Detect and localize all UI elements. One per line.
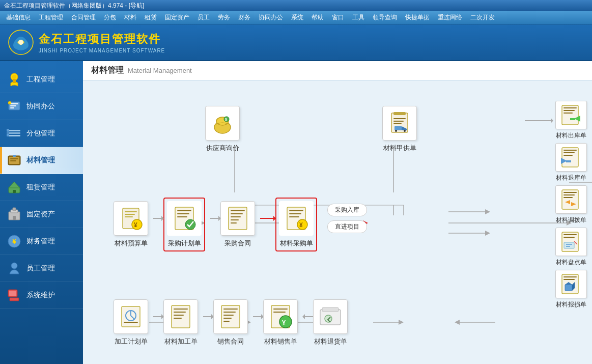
svg-rect-39 xyxy=(10,298,19,301)
node-material-out[interactable]: 材料出库单 xyxy=(555,101,587,140)
svg-rect-16 xyxy=(8,130,20,131)
node-sales-contract[interactable]: 销售合同 xyxy=(213,299,248,346)
sidebar-item-staff[interactable]: 员工管理 xyxy=(0,255,83,282)
logo-area: 金石工程项目管理软件 JINSHI PROJECT MANAGEMENT SOF… xyxy=(8,30,165,55)
material-icon xyxy=(6,152,22,169)
svg-rect-29 xyxy=(13,190,16,193)
sidebar-item-fixed-assets[interactable]: 固定资产 xyxy=(0,201,83,228)
svg-rect-153 xyxy=(564,242,574,248)
node-material-processing[interactable]: 材料加工单 xyxy=(163,299,198,346)
node-material-budget[interactable]: ¥ 材料预算单 xyxy=(114,201,148,248)
node-material-inventory[interactable]: 材料盘点单 xyxy=(555,228,587,267)
svg-rect-12 xyxy=(10,105,16,106)
menu-reconnect[interactable]: 重连网络 xyxy=(434,12,466,23)
svg-rect-81 xyxy=(394,126,402,130)
svg-rect-38 xyxy=(9,291,16,296)
header: 金石工程项目管理软件 JINSHI PROJECT MANAGEMENT SOF… xyxy=(0,24,592,61)
sidebar-label-finance: 财务管理 xyxy=(26,237,55,246)
sidebar-label-material: 材料管理 xyxy=(26,156,55,165)
node-purchase-contract[interactable]: 采购合同 xyxy=(220,201,255,248)
material-processing-icon xyxy=(163,299,198,334)
supplier-inquiry-icon: $ xyxy=(205,106,240,141)
purchase-contract-label: 采购合同 xyxy=(224,239,251,248)
subcontract-icon xyxy=(6,125,22,142)
material-contract-supply-icon xyxy=(382,106,417,141)
sidebar-item-system[interactable]: 系统维护 xyxy=(0,282,83,309)
svg-rect-92 xyxy=(177,210,191,211)
svg-rect-97 xyxy=(231,210,245,211)
node-material-transfer[interactable]: 材料调拨单 xyxy=(555,185,587,225)
material-transfer-label: 材料调拨单 xyxy=(556,216,586,225)
svg-rect-141 xyxy=(563,155,573,156)
svg-rect-123 xyxy=(223,321,230,322)
menu-secondary-dev[interactable]: 二次开发 xyxy=(466,12,499,23)
title-bar: 金石工程项目管理软件（网络集团版）4.974 - [导航] xyxy=(0,0,592,11)
branch-purchase-storage[interactable]: 采购入库 xyxy=(327,204,367,216)
menu-window[interactable]: 窗口 xyxy=(328,12,348,23)
material-inventory-label: 材料盘点单 xyxy=(556,258,586,267)
node-material-contract-supply[interactable]: 材料甲供单 xyxy=(382,106,417,153)
svg-rect-134 xyxy=(563,110,575,111)
node-material-report-loss[interactable]: 材料报损单 xyxy=(555,270,587,309)
node-material-return[interactable]: 材料退库单 xyxy=(555,143,587,182)
svg-rect-146 xyxy=(563,194,575,195)
sidebar-item-collab[interactable]: ! 协同办公 xyxy=(0,93,83,120)
menu-system[interactable]: 系统 xyxy=(287,12,307,23)
menu-fixed-assets[interactable]: 固定资产 xyxy=(161,12,193,23)
sidebar-item-material[interactable]: 材料管理 xyxy=(0,147,83,174)
menu-labor[interactable]: 劳务 xyxy=(214,12,234,23)
svg-rect-147 xyxy=(563,197,573,198)
menu-tools[interactable]: 工具 xyxy=(348,12,369,23)
svg-text:¥: ¥ xyxy=(134,221,137,229)
sidebar-label-system: 系统维护 xyxy=(26,291,55,300)
fixed-assets-icon xyxy=(6,206,22,222)
svg-rect-108 xyxy=(122,306,140,327)
menu-subcontract[interactable]: 分包 xyxy=(100,12,120,23)
node-material-return-goods[interactable]: 材料退货单 xyxy=(313,299,348,346)
svg-marker-49 xyxy=(485,209,490,214)
supplier-inquiry-label: 供应商询价 xyxy=(206,144,239,153)
node-processing-plan[interactable]: 加工计划单 xyxy=(114,299,148,346)
node-material-purchase[interactable]: ¥ 材料采购单 xyxy=(279,201,314,248)
node-purchase-plan[interactable]: 采购计划单 xyxy=(167,201,202,248)
svg-rect-86 xyxy=(125,211,137,212)
menu-help[interactable]: 帮助 xyxy=(307,12,328,23)
sidebar-item-rental[interactable]: 租赁管理 xyxy=(0,174,83,201)
sales-contract-label: 销售合同 xyxy=(217,337,244,346)
svg-rect-87 xyxy=(125,214,135,215)
menu-staff[interactable]: 员工 xyxy=(193,12,214,23)
svg-rect-159 xyxy=(563,276,577,277)
svg-rect-115 xyxy=(174,312,186,313)
branch-direct-project[interactable]: 直进项目 xyxy=(327,220,367,233)
menu-contract[interactable]: 合同管理 xyxy=(67,12,100,23)
svg-rect-103 xyxy=(289,210,303,211)
svg-marker-67 xyxy=(399,320,404,325)
logo-sub-text: JINSHI PROJECT MANAGEMENT SOFTWARE xyxy=(39,48,165,53)
sidebar-item-subcontract[interactable]: 分包管理 xyxy=(0,120,83,147)
sidebar: 工程管理 ! 协同办公 xyxy=(0,61,83,364)
material-sales-label: 材料销售单 xyxy=(264,337,297,346)
svg-rect-143 xyxy=(566,160,571,162)
menu-basic-info[interactable]: 基础信息 xyxy=(2,12,35,23)
rental-icon xyxy=(6,179,22,195)
row3-nodes: 加工计划单 xyxy=(114,299,348,346)
menu-collab[interactable]: 协同办公 xyxy=(255,12,287,23)
row2-nodes: ¥ 材料预算单 xyxy=(114,198,367,251)
svg-rect-20 xyxy=(7,131,9,134)
sidebar-item-engineering[interactable]: 工程管理 xyxy=(0,66,83,93)
system-icon xyxy=(6,287,22,303)
menu-quick-bill[interactable]: 快捷单据 xyxy=(401,12,434,23)
menu-engineering[interactable]: 工程管理 xyxy=(35,12,67,23)
svg-rect-24 xyxy=(10,158,18,159)
svg-rect-104 xyxy=(289,213,301,214)
menu-rental[interactable]: 租赁 xyxy=(140,12,161,23)
sidebar-item-finance[interactable]: ¥ 财务管理 xyxy=(0,228,83,255)
menu-material[interactable]: 材料 xyxy=(120,12,140,23)
node-supplier-inquiry[interactable]: $ 供应商询价 xyxy=(205,106,240,153)
menu-bar: 基础信息 工程管理 合同管理 分包 材料 租赁 固定资产 员工 劳务 财务 协同… xyxy=(0,11,592,24)
node-material-sales[interactable]: ¥ 材料销售单 xyxy=(263,299,298,346)
menu-finance[interactable]: 财务 xyxy=(234,12,255,23)
menu-leader-query[interactable]: 领导查询 xyxy=(369,12,401,23)
material-out-label: 材料出库单 xyxy=(556,131,586,140)
svg-text:¥: ¥ xyxy=(12,237,16,245)
